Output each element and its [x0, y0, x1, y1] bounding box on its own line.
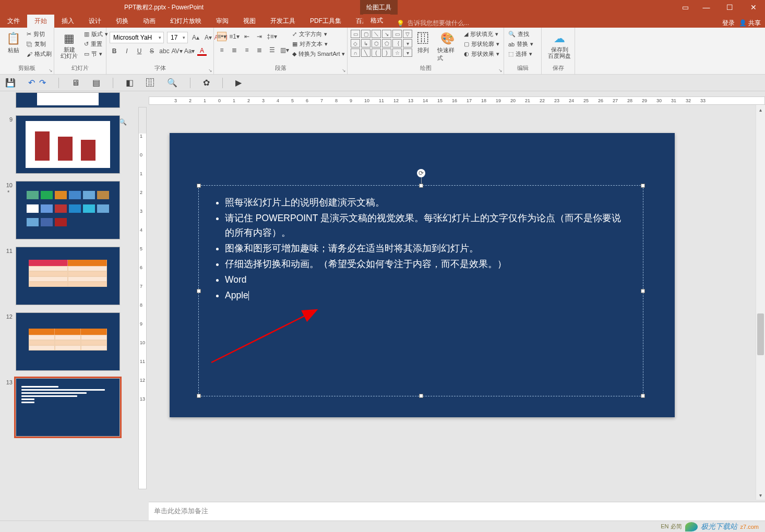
- tab-slideshow[interactable]: 幻灯片放映: [163, 15, 209, 28]
- numbering-button[interactable]: ≡1▾: [230, 32, 239, 41]
- slide-editor[interactable]: 3210123456789101112131415161718192021222…: [133, 91, 765, 521]
- text-direction-button[interactable]: ⤢文字方向 ▾: [291, 30, 346, 39]
- drawing-launcher-icon[interactable]: ↘: [498, 68, 503, 73]
- scrollbar-thumb[interactable]: [757, 313, 764, 355]
- vertical-scrollbar[interactable]: ▴ ▾: [756, 105, 765, 500]
- char-spacing-button[interactable]: AV▾: [172, 46, 182, 56]
- login-link[interactable]: 登录: [722, 19, 735, 28]
- font-size-combo[interactable]: 17: [167, 32, 188, 43]
- close-button[interactable]: ✕: [742, 0, 765, 15]
- decrease-indent-button[interactable]: ⇤: [242, 32, 252, 41]
- shape-fill-button[interactable]: ◢形状填充 ▾: [463, 30, 500, 39]
- tab-transitions[interactable]: 切换: [109, 15, 136, 28]
- tab-pdf[interactable]: PDF工具集: [303, 15, 349, 28]
- align-text-button[interactable]: ▦对齐文本 ▾: [291, 40, 346, 49]
- layout-button[interactable]: ▥版式 ▾: [83, 30, 109, 39]
- tab-review[interactable]: 审阅: [209, 15, 236, 28]
- cut-button[interactable]: ✂剪切: [26, 30, 53, 39]
- tab-file[interactable]: 文件: [0, 15, 27, 28]
- bold-button[interactable]: B: [110, 46, 119, 56]
- tab-insert[interactable]: 插入: [54, 15, 81, 28]
- clipboard-launcher-icon[interactable]: ↘: [49, 68, 53, 73]
- resize-handle[interactable]: [197, 394, 201, 398]
- select-button[interactable]: ⬚选择 ▾: [507, 50, 534, 58]
- justify-button[interactable]: ≣: [255, 45, 264, 55]
- undo-icon[interactable]: ↶: [28, 78, 35, 88]
- qat-icon-1[interactable]: 🖥: [71, 78, 80, 88]
- resize-handle[interactable]: [419, 184, 423, 188]
- resize-handle[interactable]: [197, 289, 201, 293]
- increase-font-icon[interactable]: A▴: [191, 33, 200, 42]
- qat-icon-5[interactable]: 🔍: [167, 78, 177, 88]
- bullet-item[interactable]: 照每张幻灯片上的说明创建演示文稿。: [225, 195, 628, 210]
- new-slide-button[interactable]: ▦ 新建 幻灯片: [57, 30, 81, 61]
- slide-thumb-13[interactable]: [16, 378, 120, 437]
- resize-handle[interactable]: [197, 184, 201, 188]
- resize-handle[interactable]: [419, 394, 423, 398]
- font-name-combo[interactable]: Microsoft YaH: [110, 32, 164, 43]
- qat-icon-6[interactable]: ✿: [203, 78, 210, 88]
- minimize-button[interactable]: —: [695, 0, 718, 15]
- shape-effects-button[interactable]: ◐形状效果 ▾: [463, 50, 500, 58]
- section-button[interactable]: ▭节 ▾: [83, 50, 109, 58]
- align-left-button[interactable]: ≡: [217, 45, 226, 55]
- bullet-item[interactable]: Apple: [225, 288, 628, 303]
- qat-icon-2[interactable]: ▤: [92, 78, 100, 88]
- ribbon-display-options-icon[interactable]: ▭: [676, 0, 695, 15]
- scroll-down-icon[interactable]: ▾: [756, 490, 765, 500]
- bullet-item[interactable]: 图像和图形可增加趣味；请务必在适当时将其添加到幻灯片。: [225, 241, 628, 256]
- shapes-gallery[interactable]: ▭▢＼↘▭▽ ◇↳⬡⬠｛▾ ∩╲()☆▾: [351, 30, 412, 57]
- paragraph-launcher-icon[interactable]: ↘: [342, 68, 346, 73]
- save-icon[interactable]: 💾: [5, 78, 16, 88]
- columns-button[interactable]: ▥▾: [280, 45, 289, 55]
- slide-thumb-10[interactable]: [16, 181, 120, 239]
- qat-icon-7[interactable]: ▶: [235, 78, 242, 88]
- quick-styles-button[interactable]: 🎨 快速样式: [434, 30, 461, 64]
- format-painter-button[interactable]: 🖌格式刷: [26, 50, 53, 58]
- font-color-button[interactable]: A: [197, 46, 207, 56]
- increase-indent-button[interactable]: ⇥: [255, 32, 264, 41]
- qat-icon-3[interactable]: ◧: [126, 78, 134, 88]
- decrease-font-icon[interactable]: A▾: [204, 33, 213, 42]
- slide-thumbnails-pane[interactable]: 9 🔍 10 *: [0, 91, 133, 521]
- tab-home[interactable]: 开始: [27, 15, 54, 28]
- slide-thumb-8[interactable]: [16, 92, 120, 108]
- reset-button[interactable]: ↺重置: [83, 40, 109, 49]
- slide-thumb-11[interactable]: [16, 247, 120, 305]
- bullet-list[interactable]: 照每张幻灯片上的说明创建演示文稿。 请记住 POWERPOINT 是演示文稿的视…: [199, 186, 643, 313]
- italic-button[interactable]: I: [122, 46, 132, 56]
- copy-button[interactable]: ⿻复制: [26, 40, 53, 49]
- qat-icon-4[interactable]: ⿲: [146, 78, 154, 88]
- distribute-button[interactable]: ☰: [267, 45, 277, 55]
- resize-handle[interactable]: [641, 394, 645, 398]
- maximize-button[interactable]: ☐: [718, 0, 742, 15]
- resize-handle[interactable]: [641, 289, 645, 293]
- bullet-item[interactable]: Word: [225, 272, 628, 287]
- scroll-up-icon[interactable]: ▴: [756, 105, 765, 114]
- align-center-button[interactable]: ≣: [230, 45, 239, 55]
- bullet-item[interactable]: 仔细选择切换和动画。（希望受众如何专注于内容，而不是效果。）: [225, 257, 628, 271]
- paste-button[interactable]: 📋 粘贴: [3, 30, 23, 56]
- convert-smartart-button[interactable]: ◆转换为 SmartArt ▾: [291, 50, 346, 58]
- save-to-cloud-button[interactable]: ☁ 保存到 百度网盘: [545, 30, 574, 61]
- line-spacing-button[interactable]: ‡≡▾: [267, 32, 277, 41]
- tab-design[interactable]: 设计: [81, 15, 109, 28]
- strikethrough-button[interactable]: S: [147, 46, 157, 56]
- slide-thumb-12[interactable]: [16, 312, 120, 371]
- tab-developer[interactable]: 开发工具: [263, 15, 303, 28]
- find-button[interactable]: 🔍查找: [507, 30, 534, 39]
- shape-outline-button[interactable]: ▢形状轮廓 ▾: [463, 40, 500, 49]
- tab-format[interactable]: 格式: [363, 14, 390, 27]
- tab-animations[interactable]: 动画: [136, 15, 163, 28]
- notes-pane[interactable]: 单击此处添加备注: [149, 502, 765, 521]
- change-case-button[interactable]: Aa▾: [185, 46, 194, 56]
- tell-me-search[interactable]: 💡 告诉我您想要做什么...: [397, 19, 469, 28]
- align-right-button[interactable]: ≡: [242, 45, 252, 55]
- slide-canvas[interactable]: ⟳ 照每张幻灯片上的说明创建演示文稿。 请记住 POWERPOINT 是演示文稿…: [170, 133, 675, 417]
- share-button[interactable]: 👤 共享: [739, 19, 761, 28]
- arrange-button[interactable]: ⿲ 排列: [414, 30, 432, 56]
- bullet-item[interactable]: 请记住 POWERPOINT 是演示文稿的视觉效果。每张幻灯片上的文字仅作为论点…: [225, 211, 628, 240]
- redo-icon[interactable]: ↷: [39, 78, 46, 88]
- rotate-handle-icon[interactable]: ⟳: [417, 169, 425, 177]
- replace-button[interactable]: ab替换 ▾: [507, 40, 534, 49]
